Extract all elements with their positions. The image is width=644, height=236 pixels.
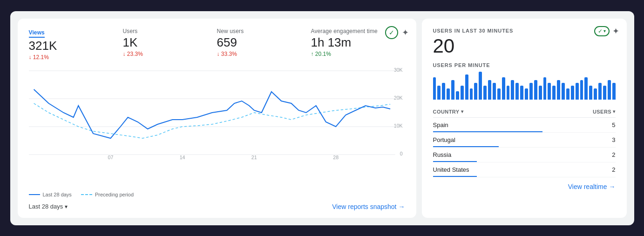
bar-item [566, 88, 569, 100]
engagement-arrow [311, 51, 314, 57]
bar-item [584, 77, 588, 100]
country-bar [433, 146, 499, 147]
main-container: Views 321K 12.1% Users 1K 23.3% New user… [10, 11, 634, 225]
country-users: 3 [612, 136, 615, 143]
svg-text:07: 07 [108, 155, 113, 159]
right-sparkle-icon[interactable]: ✦ [612, 26, 619, 36]
users-value: 1K [123, 35, 210, 50]
country-name: Spain [433, 121, 448, 128]
bar-item [507, 86, 510, 100]
bar-item [488, 80, 491, 100]
view-realtime-link[interactable]: View realtime → [568, 183, 616, 190]
new-users-change: 33.3% [217, 51, 304, 57]
right-card: USERS IN LAST 30 MINUTES ✓ ▾ ✦ 20 USERS … [422, 19, 627, 218]
table-row: United States2 [433, 162, 616, 177]
users-column-header[interactable]: USERS ▾ [593, 109, 616, 115]
right-card-title: USERS IN LAST 30 MINUTES [433, 28, 616, 34]
bar-item [442, 83, 445, 100]
country-column-header[interactable]: COUNTRY ▾ [433, 109, 464, 115]
bar-item [525, 88, 528, 100]
check-dropdown-icon[interactable]: ✓ ▾ [594, 26, 610, 36]
bar-item [603, 86, 606, 100]
legend-dashed: Preceding period [81, 192, 134, 197]
country-users: 5 [612, 121, 615, 128]
bar-item [529, 83, 533, 100]
users-sort-icon: ▾ [613, 109, 615, 114]
bar-item [612, 83, 616, 100]
table-row: Portugal3 [433, 133, 616, 148]
bar-item [447, 88, 450, 100]
country-bar [433, 161, 477, 162]
bar-item [552, 86, 556, 100]
metric-views: Views 321K 12.1% [29, 28, 123, 61]
country-name: Portugal [433, 136, 455, 143]
country-name: Russia [433, 151, 452, 158]
bar-item [493, 83, 496, 100]
country-users: 2 [612, 166, 615, 173]
date-range-label: Last 28 days [29, 203, 63, 210]
bar-item [502, 77, 505, 100]
chevron-down-icon: ▾ [603, 28, 606, 34]
bar-item [451, 80, 454, 100]
legend-dashed-line [81, 194, 92, 195]
arrow-right-icon: → [399, 203, 405, 210]
left-card-icons: ✓ ✦ [385, 26, 409, 39]
bar-item [576, 83, 579, 100]
users-change: 23.3% [123, 51, 210, 57]
chart-area: 30K 20K 10K 0 07 May 14 21 28 [29, 66, 405, 188]
check-icon: ✓ [598, 28, 603, 34]
date-range-button[interactable]: Last 28 days ▾ [29, 203, 68, 210]
bar-item [461, 86, 464, 100]
bar-item [433, 77, 436, 100]
svg-text:10K: 10K [393, 123, 402, 128]
chart-legend: Last 28 days Preceding period [29, 192, 405, 197]
bar-item [470, 88, 473, 100]
check-circle-icon[interactable]: ✓ [385, 26, 398, 39]
bar-item [497, 88, 501, 100]
metric-users: Users 1K 23.3% [123, 28, 217, 61]
svg-text:30K: 30K [393, 67, 402, 73]
svg-text:0: 0 [400, 151, 402, 156]
new-users-arrow [217, 51, 220, 57]
users-label: Users [123, 28, 210, 34]
bar-item [479, 72, 482, 100]
realtime-user-count: 20 [433, 35, 616, 57]
bar-item [511, 80, 514, 100]
realtime-arrow-icon: → [609, 183, 616, 190]
bar-item [580, 80, 583, 100]
views-arrow [29, 54, 32, 61]
bar-item [534, 80, 537, 100]
legend-solid: Last 28 days [29, 192, 72, 197]
country-bar [433, 131, 542, 132]
bar-item [437, 86, 441, 100]
table-header: COUNTRY ▾ USERS ▾ [433, 107, 616, 118]
users-arrow [123, 51, 126, 57]
svg-text:28: 28 [333, 155, 339, 159]
views-value: 321K [29, 39, 115, 53]
country-table: COUNTRY ▾ USERS ▾ Spain5Portugal3Russia2… [433, 107, 616, 177]
line-chart: 30K 20K 10K 0 07 May 14 21 28 [29, 66, 405, 159]
legend-solid-label: Last 28 days [43, 192, 72, 197]
bar-item [483, 86, 487, 100]
country-users: 2 [612, 151, 615, 158]
bar-item [465, 74, 468, 100]
new-users-label: New users [217, 28, 304, 34]
bar-item [598, 83, 602, 100]
views-change: 12.1% [29, 54, 115, 61]
right-card-footer: View realtime → [433, 183, 616, 190]
view-reports-link[interactable]: View reports snapshot → [332, 203, 405, 210]
engagement-change: 20.1% [311, 51, 398, 57]
country-name: United States [433, 166, 469, 173]
legend-solid-line [29, 194, 40, 195]
sparkle-icon[interactable]: ✦ [402, 27, 409, 38]
bar-item [539, 86, 542, 100]
metric-new-users: New users 659 33.3% [217, 28, 311, 61]
metrics-row: Views 321K 12.1% Users 1K 23.3% New user… [29, 28, 405, 61]
table-row: Russia2 [433, 148, 616, 162]
svg-text:14: 14 [179, 155, 185, 159]
chevron-down-icon: ▾ [65, 203, 68, 210]
bar-chart [433, 72, 616, 100]
country-header-label: COUNTRY [433, 109, 460, 115]
svg-text:20K: 20K [393, 95, 402, 101]
bar-item [557, 80, 560, 100]
